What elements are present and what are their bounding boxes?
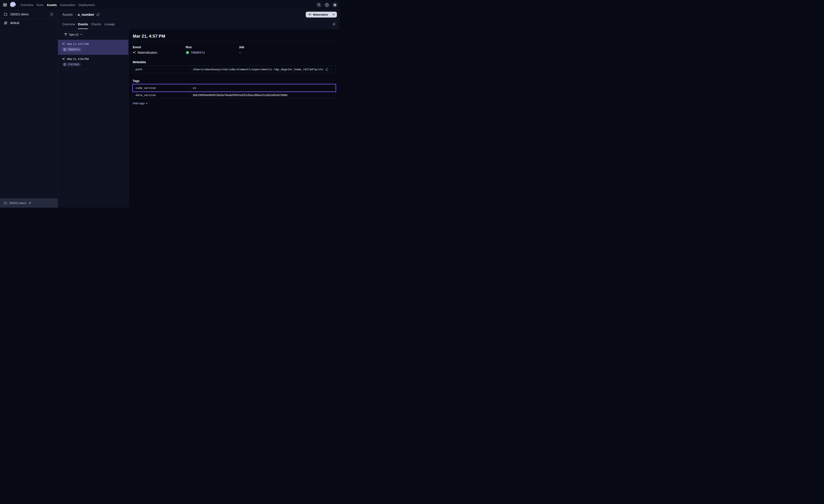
tab-events[interactable]: Events	[78, 19, 88, 29]
run-column: Run 788005fa	[186, 45, 239, 54]
reload-location-icon[interactable]	[28, 202, 31, 205]
job-empty-value: —	[239, 51, 242, 54]
type-filter-label: Type (2)	[69, 33, 79, 36]
tags-section-title: Tags	[133, 79, 335, 83]
caret-down-icon	[333, 14, 335, 15]
sidebar-spacer	[0, 27, 58, 198]
materialize-dropdown-button[interactable]	[331, 14, 337, 15]
group-label: 250321-dvers	[10, 13, 49, 16]
run-id-pill[interactable]: 788005fa	[62, 47, 82, 52]
svg-text:?: ?	[326, 4, 328, 6]
event-column-label: Event	[133, 45, 186, 49]
materialize-button[interactable]: Materialize	[306, 13, 330, 16]
sidebar-item-group[interactable]: 250321-dvers 1	[0, 10, 58, 19]
run-column-label: Run	[186, 45, 239, 49]
table-row: path /Users/smackesey/stm/code/elementl/…	[133, 66, 335, 73]
nav-assets[interactable]: Assets	[47, 3, 57, 7]
tags-table: code_version v1 data_version 3bfc269594e…	[133, 84, 335, 99]
materialization-event-icon	[62, 57, 66, 61]
tab-lineage[interactable]: Lineage	[104, 19, 115, 29]
search-icon	[317, 3, 321, 6]
refresh-icon	[332, 23, 335, 26]
materialization-event-icon	[62, 42, 66, 46]
event-summary-row: Event Materialization	[133, 45, 335, 54]
copy-asset-name-button[interactable]	[97, 13, 100, 16]
run-success-icon	[186, 51, 189, 54]
metadata-section-title: Metadata	[133, 60, 335, 64]
asset-group-icon	[4, 21, 7, 25]
event-timestamp: Mar 21, 4:54 PM	[67, 57, 89, 60]
filter-icon	[64, 33, 67, 36]
folder-icon	[4, 202, 7, 205]
footer-location-label: 250321-dvers	[9, 202, 26, 205]
asset-tabs-row: Overview Events Checks Lineage	[58, 19, 339, 29]
hide-tags-label: Hide tags	[133, 102, 144, 105]
event-timestamp: Mar 21, 4:57 PM	[67, 42, 89, 46]
run-icon	[63, 63, 66, 66]
nav-runs[interactable]: Runs	[36, 3, 43, 7]
type-filter-button[interactable]: Type (2)	[62, 31, 85, 37]
chevron-down-icon	[80, 34, 82, 35]
refresh-button[interactable]	[331, 21, 337, 27]
tag-row-data-version: data_version 3bfc269594ef649228e9a74bab0…	[133, 92, 335, 99]
help-button[interactable]: ?	[324, 2, 330, 8]
tag-value-cell: 3bfc269594ef649228e9a74bab00f042efc91d5a…	[190, 92, 335, 98]
metadata-value-cell: /Users/smackesey/stm/code/elementl/exper…	[190, 66, 331, 73]
tag-key-cell: code_version	[133, 85, 190, 91]
tab-checks[interactable]: Checks	[91, 19, 101, 29]
breadcrumb-assets-link[interactable]: Assets	[62, 13, 73, 17]
metadata-key-cell: path	[133, 66, 190, 73]
copy-icon	[97, 13, 100, 16]
sidebar-item-default[interactable]: default	[0, 19, 58, 27]
dagster-logo-icon[interactable]	[9, 2, 16, 8]
search-button[interactable]	[316, 2, 322, 8]
run-icon	[63, 48, 66, 51]
event-list-item[interactable]: Mar 21, 4:57 PM 788005fa	[58, 40, 128, 55]
nav-overview[interactable]: Overview	[21, 3, 33, 7]
nav-deployment[interactable]: Deployment	[79, 3, 95, 7]
run-id-label: 788005fa	[68, 48, 80, 51]
event-detail-panel: Mar 21, 4:57 PM Event	[129, 29, 339, 208]
path-link[interactable]: /Users/smackesey/stm/code/elementl/exper…	[193, 68, 323, 71]
event-detail-title: Mar 21, 4:57 PM	[133, 34, 335, 39]
code-location-footer[interactable]: 250321-dvers	[0, 198, 58, 208]
tab-overview[interactable]: Overview	[62, 19, 75, 29]
event-list-panel: Type (2)	[58, 29, 129, 208]
group-count-badge: 1	[49, 12, 54, 16]
table-end-cell	[331, 66, 335, 73]
copy-path-button[interactable]	[325, 68, 328, 71]
primary-nav: Overview Runs Assets Automation Deployme…	[21, 3, 95, 7]
tag-value-cell: v1	[190, 85, 335, 91]
chevron-right-icon: ›	[75, 13, 76, 16]
nav-actions: ?	[316, 2, 338, 8]
nav-automation[interactable]: Automation	[60, 3, 75, 7]
run-id-label: 2fd32b85	[68, 63, 80, 66]
asset-page: Assets › a_number	[58, 10, 339, 208]
hide-tags-link[interactable]: Hide tags ▲	[133, 102, 148, 105]
folder-icon	[4, 13, 7, 16]
event-type-value: Materialization	[138, 51, 157, 54]
chevron-up-icon: ▲	[146, 102, 148, 104]
gear-icon	[333, 3, 337, 7]
tabs-spacer	[115, 19, 331, 29]
run-id-link[interactable]: 788005fa	[191, 51, 205, 54]
event-list-item[interactable]: Mar 21, 4:54 PM 2fd32b85	[58, 55, 128, 70]
menu-icon[interactable]	[3, 3, 7, 6]
materialize-split-button: Materialize	[306, 12, 337, 17]
asset-tabs: Overview Events Checks Lineage	[62, 19, 115, 29]
event-column: Event Materialization	[133, 45, 186, 54]
copy-icon	[325, 68, 328, 71]
page-header: Assets › a_number	[58, 10, 339, 19]
tag-key-cell: data_version	[133, 92, 190, 98]
event-filter-bar: Type (2)	[58, 29, 128, 40]
asset-groups-sidebar: 250321-dvers 1 default 2503	[0, 10, 58, 208]
top-nav: Overview Runs Assets Automation Deployme…	[0, 0, 339, 10]
settings-button[interactable]	[332, 2, 338, 8]
job-column-label: Job	[239, 45, 292, 49]
run-id-pill[interactable]: 2fd32b85	[62, 62, 82, 67]
breadcrumb: Assets › a_number	[62, 13, 100, 17]
materialization-event-icon	[133, 51, 136, 54]
job-column: Job —	[239, 45, 292, 54]
metadata-table: path /Users/smackesey/stm/code/elementl/…	[133, 66, 335, 73]
materialize-sparkle-icon	[308, 13, 312, 16]
